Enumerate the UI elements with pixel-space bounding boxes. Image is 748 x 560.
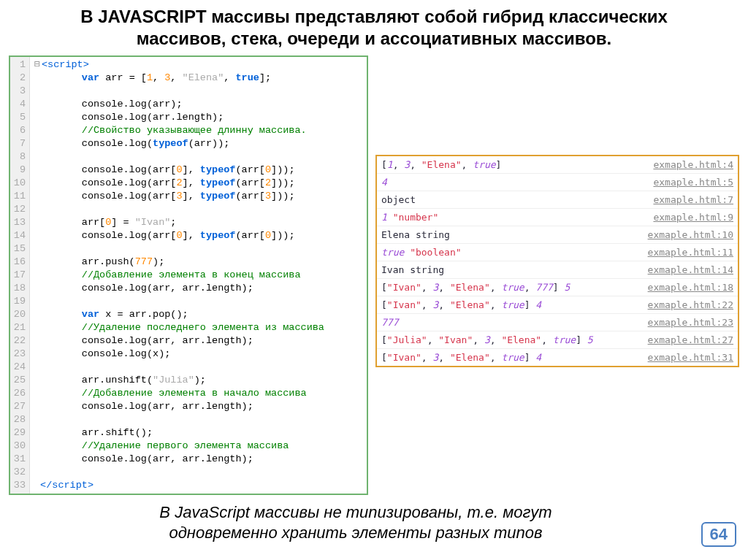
code-line: arr.shift(); <box>34 426 324 440</box>
code-line: arr[0] = "Ivan"; <box>34 216 324 229</box>
title-line-1: В JAVASCRIPT массивы представляют собой … <box>80 7 668 26</box>
code-line: console.log(typeof(arr)); <box>34 137 324 150</box>
console-row: true "boolean"exmaple.html:11 <box>377 244 738 261</box>
console-output: 777 <box>381 314 398 331</box>
slide: В JAVASCRIPT массивы представляют собой … <box>0 0 748 560</box>
console-output: ["Ivan", 3, "Elena", true] 4 <box>381 296 541 313</box>
line-number: 21 <box>12 321 26 334</box>
console-output: ["Julia", "Ivan", 3, "Elena", true] 5 <box>381 331 593 348</box>
line-number: 14 <box>12 229 26 242</box>
code-line: console.log(arr[3], typeof(arr[3])); <box>34 190 324 203</box>
line-number: 19 <box>12 295 26 308</box>
console-output: Elena string <box>381 226 450 243</box>
line-number: 31 <box>12 453 26 466</box>
code-line: console.log(arr[0], typeof(arr[0])); <box>34 164 324 177</box>
slide-footer: В JavaScript массивы не типизированы, т.… <box>9 502 739 542</box>
console-row: ["Ivan", 3, "Elena", true, 777] 5exmaple… <box>377 279 738 296</box>
console-output: 1 "number" <box>381 209 438 226</box>
console-output: ["Ivan", 3, "Elena", true] 4 <box>381 349 541 366</box>
code-line: //Удаление первого элемента массива <box>34 440 324 453</box>
code-line: console.log(arr.length); <box>34 111 324 124</box>
code-line: //Свойство указывающее длинну массива. <box>34 124 324 137</box>
console-row: objectexmaple.html:7 <box>377 191 738 209</box>
line-number: 28 <box>12 413 26 426</box>
line-number: 4 <box>12 98 26 111</box>
code-editor-panel: 1234567891011121314151617181920212223242… <box>9 55 368 495</box>
line-number: 26 <box>12 387 26 400</box>
line-number: 29 <box>12 426 26 440</box>
code-line: var x = arr.pop(); <box>34 308 324 321</box>
line-number: 16 <box>12 256 26 269</box>
line-number: 18 <box>12 282 26 295</box>
code-line: console.log(arr[2], typeof(arr[2])); <box>34 177 324 190</box>
console-output: ["Ivan", 3, "Elena", true, 777] 5 <box>381 279 570 296</box>
console-row: [1, 3, "Elena", true]exmaple.html:4 <box>377 156 738 174</box>
console-row: ["Ivan", 3, "Elena", true] 4exmaple.html… <box>377 296 738 314</box>
line-number: 15 <box>12 242 26 256</box>
code-body: ⊟<script> var arr = [1, 3, "Elena", true… <box>30 57 329 494</box>
console-output: true "boolean" <box>381 244 462 261</box>
code-gutter: 1234567891011121314151617181920212223242… <box>10 57 30 494</box>
code-line: console.log(arr, arr.length); <box>34 453 324 466</box>
code-line <box>34 295 324 308</box>
console-row: ["Ivan", 3, "Elena", true] 4exmaple.html… <box>377 349 738 366</box>
console-row: 777exmaple.html:23 <box>377 314 738 331</box>
line-number: 6 <box>12 124 26 137</box>
line-number: 5 <box>12 111 26 124</box>
console-output: 4 <box>381 174 387 191</box>
console-row: Elena stringexmaple.html:10 <box>377 226 738 244</box>
footer-line-2: одновременно хранить элементы разных тип… <box>169 523 542 542</box>
console-source-link[interactable]: exmaple.html:14 <box>648 261 733 278</box>
code-line: console.log(arr[0], typeof(arr[0])); <box>34 229 324 242</box>
console-output: Ivan string <box>381 261 444 278</box>
code-line <box>34 242 324 256</box>
line-number: 11 <box>12 190 26 203</box>
code-line <box>34 466 324 479</box>
console-source-link[interactable]: exmaple.html:23 <box>648 314 733 331</box>
line-number: 33 <box>12 479 26 492</box>
console-source-link[interactable]: exmaple.html:31 <box>648 349 733 366</box>
line-number: 7 <box>12 137 26 150</box>
line-number: 17 <box>12 269 26 282</box>
code-line <box>34 85 324 98</box>
line-number: 9 <box>12 164 26 177</box>
console-source-link[interactable]: exmaple.html:4 <box>653 156 733 173</box>
content-row: 1234567891011121314151617181920212223242… <box>9 55 739 495</box>
console-source-link[interactable]: exmaple.html:9 <box>653 209 733 226</box>
line-number: 13 <box>12 216 26 229</box>
code-line: ⊟<script> <box>34 58 324 72</box>
line-number: 2 <box>12 72 26 85</box>
code-line <box>34 203 324 216</box>
code-line: console.log(x); <box>34 348 324 361</box>
code-line: console.log(arr, arr.length); <box>34 282 324 295</box>
line-number: 12 <box>12 203 26 216</box>
line-number: 27 <box>12 400 26 413</box>
line-number: 30 <box>12 440 26 453</box>
console-row: ["Julia", "Ivan", 3, "Elena", true] 5exm… <box>377 331 738 349</box>
console-source-link[interactable]: exmaple.html:10 <box>648 226 733 243</box>
code-line: //Добавление элемента в начало массива <box>34 387 324 400</box>
console-source-link[interactable]: exmaple.html:18 <box>648 279 733 296</box>
slide-title: В JAVASCRIPT массивы представляют собой … <box>22 6 726 50</box>
console-output: [1, 3, "Elena", true] <box>381 156 501 173</box>
line-number: 3 <box>12 85 26 98</box>
console-source-link[interactable]: exmaple.html:7 <box>653 191 733 208</box>
line-number: 23 <box>12 348 26 361</box>
code-line: var arr = [1, 3, "Elena", true]; <box>34 72 324 85</box>
console-source-link[interactable]: exmaple.html:22 <box>648 296 733 313</box>
line-number: 1 <box>12 58 26 72</box>
console-source-link[interactable]: exmaple.html:27 <box>648 331 733 348</box>
console-row: 1 "number"exmaple.html:9 <box>377 209 738 226</box>
code-line: console.log(arr, arr.length); <box>34 334 324 348</box>
code-line <box>34 413 324 426</box>
line-number: 10 <box>12 177 26 190</box>
code-line: //Добавление элемента в конец массива <box>34 269 324 282</box>
console-source-link[interactable]: exmaple.html:11 <box>648 244 733 261</box>
code-line: console.log(arr); <box>34 98 324 111</box>
console-output: object <box>381 191 416 208</box>
line-number: 32 <box>12 466 26 479</box>
console-source-link[interactable]: exmaple.html:5 <box>653 174 733 191</box>
code-line: console.log(arr, arr.length); <box>34 400 324 413</box>
line-number: 20 <box>12 308 26 321</box>
code-line: //Удаление последнего элемента из массив… <box>34 321 324 334</box>
